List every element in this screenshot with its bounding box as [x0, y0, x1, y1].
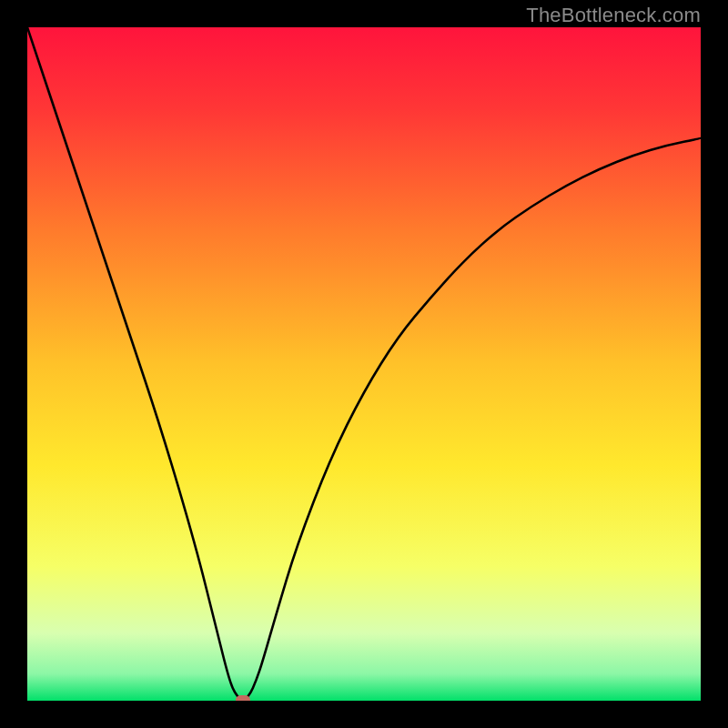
watermark-text: TheBottleneck.com: [526, 4, 701, 27]
chart-frame: TheBottleneck.com: [0, 0, 728, 728]
bottleneck-curve: [27, 27, 701, 701]
plot-area: [27, 27, 701, 701]
minimum-marker: [236, 695, 250, 701]
